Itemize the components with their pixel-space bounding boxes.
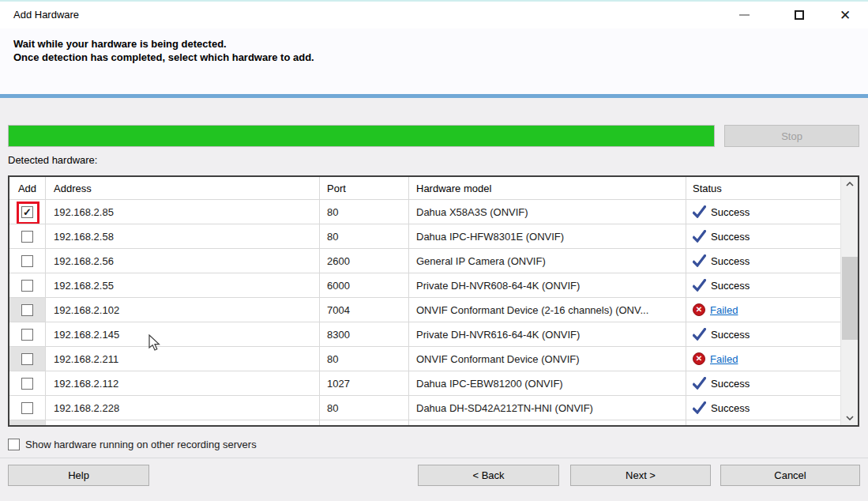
table-row[interactable]: 192.168.2.228 80 Dahua DH-SD42A212TN-HNI…: [9, 396, 840, 420]
failed-link[interactable]: Failed: [710, 304, 738, 316]
column-header-port[interactable]: Port: [320, 177, 409, 200]
maximize-button[interactable]: [781, 2, 817, 28]
address-cell: 192.168.2.85: [46, 200, 320, 224]
status-cell: ✕ Success Success: [686, 249, 840, 273]
add-cell: [9, 420, 46, 425]
add-cell: [9, 347, 46, 371]
failed-x-icon: ✕: [693, 303, 705, 316]
status-label: Success: [711, 206, 750, 218]
add-cell: [9, 322, 46, 347]
next-button[interactable]: Next >: [570, 465, 711, 486]
address-cell: 192.168.2.102: [46, 298, 320, 322]
failed-link[interactable]: Failed: [710, 353, 738, 365]
table-row[interactable]: 192.168.2.55 6000 Private DH-NVR608-64-4…: [9, 273, 840, 298]
status-cell: ✕ Success Success: [686, 396, 840, 420]
success-check-icon: [693, 328, 706, 341]
port-cell: 8700: [320, 420, 409, 425]
row-checkbox[interactable]: [21, 255, 33, 267]
column-header-status[interactable]: Status: [686, 177, 840, 200]
scroll-down-arrow-icon[interactable]: [841, 411, 859, 425]
back-button[interactable]: < Back: [418, 465, 559, 486]
column-header-model[interactable]: Hardware model: [409, 177, 686, 200]
model-cell: General IP Camera (ONVIF): [409, 249, 686, 273]
port-cell: 2600: [320, 249, 409, 273]
status-cell: ✕ Failed Failed: [686, 347, 840, 371]
row-checkbox[interactable]: [21, 304, 33, 316]
window-title: Add Hardware: [13, 9, 79, 21]
row-checkbox[interactable]: [21, 353, 33, 365]
status-label: Success: [711, 255, 750, 267]
maximize-icon: [795, 10, 804, 20]
row-checkbox[interactable]: ✓: [21, 206, 33, 218]
cancel-button[interactable]: Cancel: [720, 465, 860, 486]
table-row[interactable]: ✓ 192.168.2.85 80 Dahua X58A3S (ONVIF) ✕…: [9, 200, 840, 224]
minimize-button[interactable]: [726, 2, 762, 28]
detection-progress-bar: [8, 125, 715, 147]
failed-x-icon: ✕: [693, 352, 705, 365]
status-cell: ✕ Success Success: [686, 224, 840, 249]
close-button[interactable]: ✕: [827, 2, 863, 28]
port-cell: 80: [320, 224, 409, 249]
scrollbar-thumb[interactable]: [842, 257, 858, 340]
address-cell: 192.168.2.56: [46, 249, 320, 273]
table-row[interactable]: 192.168.2.211 80 ONVIF Conformant Device…: [9, 347, 840, 371]
header-line-1: Wait while your hardware is being detect…: [13, 37, 314, 51]
status-cell: ✕ Success Success: [686, 322, 840, 347]
footer-divider: [0, 458, 868, 458]
port-cell: 80: [320, 347, 409, 371]
header-line-2: Once detection has completed, select whi…: [13, 51, 314, 64]
column-header-add[interactable]: Add: [9, 177, 46, 200]
table-row[interactable]: 192.168.2.112 1027 Dahua IPC-EBW81200 (O…: [9, 371, 840, 396]
table-row[interactable]: 192.168.2.145 8300 Private DH-NVR616-64-…: [9, 322, 840, 347]
table-body: ✓ 192.168.2.85 80 Dahua X58A3S (ONVIF) ✕…: [9, 200, 840, 425]
success-check-icon: [693, 279, 706, 292]
add-cell: [9, 298, 46, 322]
status-cell: ✕ Success Success: [686, 200, 840, 224]
table-row[interactable]: 192.168.2.246 8700 ONVIF Conformant Devi…: [9, 420, 840, 425]
status-label: Success: [711, 378, 750, 390]
success-check-icon: [693, 401, 706, 414]
show-hardware-row: Show hardware running on other recording…: [8, 439, 257, 450]
table-row[interactable]: 192.168.2.58 80 Dahua IPC-HFW8301E (ONVI…: [9, 224, 840, 249]
success-check-icon: [693, 230, 706, 243]
model-cell: Private DH-NVR608-64-4K (ONVIF): [409, 273, 686, 298]
column-header-address[interactable]: Address: [46, 177, 320, 200]
table-grid: Add Address Port Hardware model Status ✓…: [9, 177, 840, 425]
add-cell: [9, 224, 46, 249]
show-hardware-checkbox[interactable]: [8, 439, 20, 450]
model-cell: ONVIF Conformant Device (ONVIF): [409, 420, 686, 425]
row-checkbox[interactable]: [21, 402, 33, 414]
row-checkbox[interactable]: [21, 378, 33, 390]
address-cell: 192.168.2.246: [46, 420, 320, 425]
scroll-up-arrow-icon[interactable]: [841, 177, 859, 191]
minimize-icon: [739, 14, 750, 16]
address-cell: 192.168.2.211: [46, 347, 320, 371]
add-cell: [9, 396, 46, 420]
checkmark-icon: ✓: [23, 207, 32, 217]
help-button[interactable]: Help: [8, 465, 149, 486]
row-checkbox[interactable]: [21, 231, 33, 243]
status-cell: ✕ Success Success: [686, 273, 840, 298]
status-label: Success: [711, 231, 750, 243]
address-cell: 192.168.2.112: [46, 371, 320, 396]
detected-hardware-label: Detected hardware:: [8, 154, 97, 166]
port-cell: 6000: [320, 273, 409, 298]
stop-button[interactable]: Stop: [724, 125, 859, 147]
port-cell: 80: [320, 396, 409, 420]
model-cell: Dahua IPC-HFW8301E (ONVIF): [409, 224, 686, 249]
address-cell: 192.168.2.58: [46, 224, 320, 249]
address-cell: 192.168.2.228: [46, 396, 320, 420]
table-header-row: Add Address Port Hardware model Status: [9, 177, 840, 200]
add-cell: [9, 249, 46, 273]
port-cell: 80: [320, 200, 409, 224]
status-label: Success: [711, 280, 750, 292]
success-check-icon: [693, 377, 706, 390]
title-bar: Add Hardware ✕: [0, 2, 868, 28]
table-row[interactable]: 192.168.2.56 2600 General IP Camera (ONV…: [9, 249, 840, 273]
row-checkbox[interactable]: [21, 280, 33, 292]
model-cell: Private DH-NVR616-64-4K (ONVIF): [409, 322, 686, 347]
vertical-scrollbar[interactable]: [840, 177, 858, 425]
row-checkbox[interactable]: [21, 329, 33, 341]
table-row[interactable]: 192.168.2.102 7004 ONVIF Conformant Devi…: [9, 298, 840, 322]
detected-hardware-table: Add Address Port Hardware model Status ✓…: [8, 175, 859, 427]
